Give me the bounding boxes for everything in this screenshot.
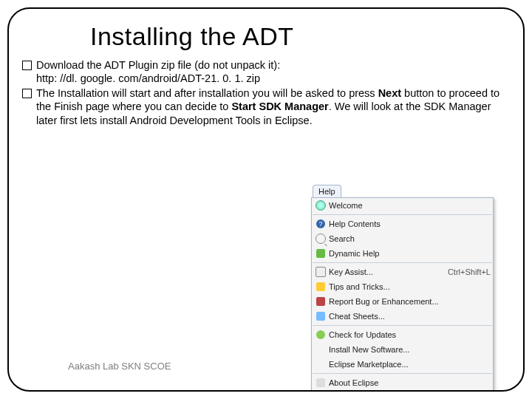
menu-item[interactable]: Check for Updates [312,327,493,342]
menu-item-label: Install New Software... [327,345,491,354]
menu-item[interactable]: Dynamic Help [312,246,493,261]
bullet-2-bold-next: Next [378,87,404,99]
slide-title: Installing the ADT [90,22,523,51]
menu-item[interactable]: Tips and Tricks... [312,279,493,294]
bullet-1-url: http: //dl. google. com/android/ADT-21. … [36,72,260,84]
menu-separator [313,325,492,326]
bullet-text: The Installation will start and after in… [36,86,510,126]
slide-body: Download the ADT Plugin zip file (do not… [9,58,523,127]
menu-item[interactable]: About Eclipse [312,375,493,390]
cheat-icon [314,310,327,322]
bullet-text: Download the ADT Plugin zip file (do not… [36,58,510,85]
menu-item-label: Key Assist... [327,267,440,276]
bug-icon [314,296,327,307]
help-menu: Help Welcome?Help ContentsSearchDynamic … [311,185,494,391]
menu-item-label: Report Bug or Enhancement... [327,297,491,306]
menu-item[interactable]: Cheat Sheets... [312,309,493,324]
search-icon [314,233,327,245]
bullet-1-lead: Download the ADT Plugin zip file (do not… [36,59,280,71]
menu-item-label: Check for Updates [327,330,491,339]
upd-icon [314,329,327,341]
menu-item[interactable]: Report Bug or Enhancement... [312,294,493,309]
menu-item[interactable]: Welcome [312,198,493,213]
menu-item[interactable]: Eclipse Marketplace... [312,357,493,372]
menu-separator [313,373,492,374]
menu-item-label: Eclipse Marketplace... [327,360,491,369]
menu-separator [313,214,492,215]
dyn-icon [314,248,327,259]
help-menu-panel: Welcome?Help ContentsSearchDynamic HelpK… [311,197,494,391]
menu-item-label: About Eclipse [327,378,491,387]
bullet-2-part1: The Installation will start and after in… [36,87,378,99]
menu-item-label: Dynamic Help [327,249,491,258]
tips-icon [314,281,327,293]
menu-item[interactable]: Install New Software... [312,342,493,357]
help-icon: ? [314,218,327,230]
menu-item[interactable]: Search [312,231,493,246]
menu-item-label: Help Contents [327,219,491,228]
menu-separator [313,262,492,263]
menu-item-shortcut: Ctrl+Shift+L [440,267,491,276]
about-icon [314,377,327,389]
bullet-marker-icon [22,61,32,70]
bullet-2-bold-sdk: Start SDK Manager [231,100,328,112]
bullet-item: The Installation will start and after in… [22,86,510,126]
slide-frame: Installing the ADT Download the ADT Plug… [7,7,525,392]
blank-icon [314,358,327,370]
menu-item[interactable]: Key Assist...Ctrl+Shift+L [312,265,493,279]
slide-footer: Aakash Lab SKN SCOE [68,361,171,372]
help-menu-tab[interactable]: Help [313,185,341,197]
menu-item[interactable]: ?Help Contents [312,216,493,231]
bullet-item: Download the ADT Plugin zip file (do not… [22,58,510,85]
menu-item-label: Tips and Tricks... [327,282,491,291]
key-icon [314,266,327,278]
welcome-icon [314,200,327,211]
menu-item-label: Search [327,234,491,243]
bullet-marker-icon [22,89,32,98]
menu-item-label: Welcome [327,201,491,210]
blank-icon [314,344,327,355]
menu-item-label: Cheat Sheets... [327,312,491,321]
